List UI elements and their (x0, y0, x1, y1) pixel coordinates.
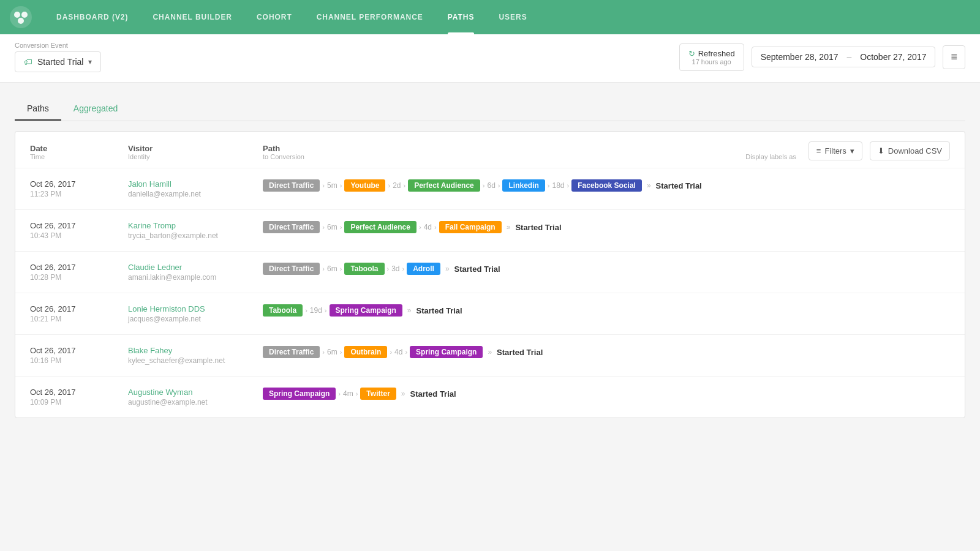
tab-paths[interactable]: Paths (15, 97, 61, 121)
path-cell: Spring Campaign›4m›Twitter»Started Trial (263, 388, 950, 400)
table-row: Oct 26, 201710:16 PMBlake Faheykylee_sch… (15, 335, 965, 377)
path-end-arrow-icon: » (488, 348, 492, 356)
path-time: 6d (487, 181, 495, 190)
visitor-name[interactable]: Claudie Ledner (128, 263, 263, 272)
display-labels-text: Display labels as (745, 153, 796, 160)
date-header-sub: Time (30, 153, 128, 160)
time-value: 10:21 PM (30, 315, 128, 323)
path-time: 2d (393, 181, 401, 190)
visitor-cell: Jalon Hamilldaniella@example.net (128, 179, 263, 198)
nav-item-channel-builder[interactable]: CHANNEL BUILDER (140, 0, 244, 34)
visitor-header-sub: Identity (128, 153, 263, 160)
table-row: Oct 26, 201710:43 PMKarine Tromptrycia_b… (15, 210, 965, 252)
path-arrow-icon: › (340, 265, 342, 272)
download-icon: ⬇ (878, 146, 884, 156)
path-tag: Adroll (407, 263, 440, 275)
date-range-button[interactable]: September 28, 2017 – October 27, 2017 (752, 47, 936, 67)
path-cell: Direct Traffic›6m›Perfect Audience›4d›Fa… (263, 221, 950, 233)
svg-point-2 (21, 12, 28, 18)
conversion-label: Conversion Event (15, 42, 101, 49)
visitor-email: augustine@example.net (128, 398, 263, 407)
nav-item-cohort[interactable]: COHORT (244, 0, 304, 34)
date-value: Oct 26, 2017 (30, 263, 128, 272)
path-arrow-icon: › (322, 265, 325, 272)
path-flow: Spring Campaign›4m›Twitter»Started Trial (263, 388, 950, 400)
visitor-cell: Karine Tromptrycia_barton@example.net (128, 221, 263, 240)
visitor-name[interactable]: Blake Fahey (128, 346, 263, 355)
path-time: 6m (327, 264, 337, 273)
nav-item-users[interactable]: USERS (486, 0, 539, 34)
visitor-name[interactable]: Karine Tromp (128, 221, 263, 230)
path-header-sub: to Conversion (263, 153, 745, 160)
conversion-value: Started Trial (37, 57, 83, 67)
path-flow: Direct Traffic›5m›Youtube›2d›Perfect Aud… (263, 179, 950, 192)
table-row: Oct 26, 201711:23 PMJalon Hamilldaniella… (15, 168, 965, 210)
path-tag: Perfect Audience (408, 179, 480, 192)
svg-point-3 (18, 18, 24, 24)
path-arrow-icon: › (434, 223, 437, 231)
path-tag: Direct Traffic (263, 346, 320, 358)
visitor-email: jacques@example.net (128, 315, 263, 323)
conversion-button[interactable]: 🏷 Started Trial ▾ (15, 51, 101, 72)
download-label: Download CSV (888, 146, 942, 156)
path-arrow-icon: › (419, 223, 421, 231)
toolbar: Conversion Event 🏷 Started Trial ▾ ↻ Ref… (0, 34, 980, 83)
tab-aggregated[interactable]: Aggregated (61, 97, 130, 121)
path-flow: Taboola›19d›Spring Campaign»Started Tria… (263, 304, 950, 317)
visitor-name[interactable]: Augustine Wyman (128, 388, 263, 397)
date-value: Oct 26, 2017 (30, 221, 128, 230)
date-cell: Oct 26, 201710:09 PM (30, 388, 128, 407)
nav-item-paths[interactable]: PATHS (435, 0, 487, 34)
refresh-label: Refreshed (698, 49, 735, 58)
logo[interactable] (10, 6, 32, 28)
visitor-email: amani.lakin@example.com (128, 273, 263, 282)
date-value: Oct 26, 2017 (30, 304, 128, 313)
path-flow: Direct Traffic›6m›Outbrain›4d›Spring Cam… (263, 346, 950, 358)
date-separator: – (847, 52, 852, 62)
filters-chevron-icon: ▾ (850, 146, 854, 156)
table-row: Oct 26, 201710:21 PMLonie Hermiston DDSj… (15, 293, 965, 335)
visitor-cell: Augustine Wymanaugustine@example.net (128, 388, 263, 407)
path-arrow-icon: › (322, 348, 325, 356)
table-body: Oct 26, 201711:23 PMJalon Hamilldaniella… (15, 168, 965, 418)
filter-lines-button[interactable]: ≡ (943, 45, 965, 69)
tag-icon: 🏷 (24, 57, 32, 67)
time-value: 10:43 PM (30, 231, 128, 240)
path-tag: Linkedin (502, 179, 545, 192)
visitor-name[interactable]: Lonie Hermiston DDS (128, 304, 263, 313)
path-flow: Direct Traffic›6m›Taboola›3d›Adroll»Star… (263, 263, 950, 275)
path-arrow-icon: › (404, 182, 406, 189)
table-header: Date Time Visitor Identity Path to Conve… (15, 132, 965, 168)
refresh-button[interactable]: ↻ Refreshed 17 hours ago (679, 43, 744, 71)
filters-label: Filters (824, 146, 846, 156)
path-arrow-icon: › (338, 390, 341, 397)
main-content: Paths Aggregated Date Time Visitor Ident… (0, 83, 980, 433)
visitor-email: daniella@example.net (128, 190, 263, 198)
nav-item-channel-performance[interactable]: CHANNEL PERFORMANCE (304, 0, 435, 34)
nav-item-dashboard--v--[interactable]: DASHBOARD (V2) (44, 0, 140, 34)
filters-button[interactable]: ≡ Filters ▾ (809, 141, 862, 160)
path-end-arrow-icon: » (507, 223, 511, 231)
path-end-label: Started Trial (454, 264, 500, 274)
time-value: 10:09 PM (30, 398, 128, 407)
svg-point-0 (10, 6, 32, 28)
path-time: 3d (391, 264, 399, 273)
path-tag: Direct Traffic (263, 263, 320, 275)
path-end-arrow-icon: » (407, 306, 412, 315)
path-arrow-icon: › (483, 182, 485, 189)
path-end-arrow-icon: » (647, 181, 651, 190)
download-csv-button[interactable]: ⬇ Download CSV (870, 141, 950, 160)
refresh-icon: ↻ (688, 49, 695, 58)
path-time: 18d (552, 181, 565, 190)
table-row: Oct 26, 201710:09 PMAugustine Wymanaugus… (15, 377, 965, 418)
visitor-name[interactable]: Jalon Hamill (128, 179, 263, 189)
nav-items: DASHBOARD (V2)CHANNEL BUILDERCOHORTCHANN… (44, 0, 540, 34)
path-arrow-icon: › (322, 223, 325, 231)
path-arrow-icon: › (356, 390, 358, 397)
path-arrow-icon: › (325, 307, 327, 314)
date-cell: Oct 26, 201711:23 PM (30, 179, 128, 198)
path-arrow-icon: › (402, 265, 405, 272)
path-cell: Direct Traffic›6m›Taboola›3d›Adroll»Star… (263, 263, 950, 275)
path-tag: Perfect Audience (344, 221, 417, 233)
path-arrow-icon: › (498, 182, 500, 189)
